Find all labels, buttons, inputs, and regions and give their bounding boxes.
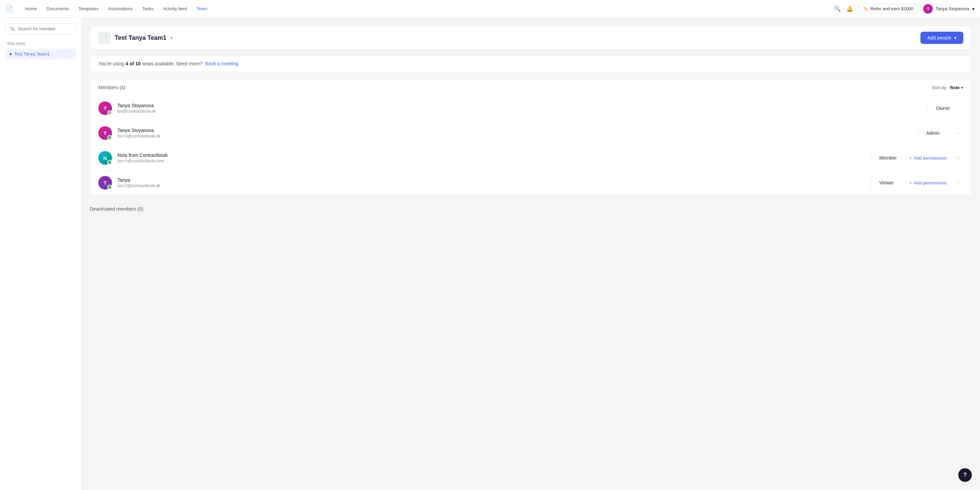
sort-label: Sort by: [932,85,947,90]
team-name: Test Tanya Team1 [115,34,166,41]
member-email: tas+3@contractbook.dk [118,134,910,138]
add-permissions-label: Add permissions [914,156,947,161]
sidebar-dot-icon [10,53,11,55]
member-info: Tanya tas+2@contractbook.dk [118,177,862,188]
team-dropdown-icon[interactable]: ▾ [170,35,172,40]
add-people-button[interactable]: Add people ▾ [920,32,963,44]
member-role: Viewer [879,180,907,185]
sidebar-item-team1[interactable]: Test Tanya Team1 [5,49,76,59]
plus-icon: + [909,180,912,185]
book-meeting-link[interactable]: Book a meeting [205,61,238,66]
nav-documents[interactable]: Documents [43,4,73,13]
status-badge-settings: ⚙ [107,110,112,115]
member-email: tas+5@contractbook.com [118,159,862,163]
member-avatar-wrap: T ⚙ [98,102,112,115]
user-name: Tanya Stoyanova [935,6,969,11]
status-badge-green: ✓ [107,185,112,189]
team-title-area: 📄 Test Tanya Team1 ▾ [98,32,172,44]
nav-links: Home Documents Templates Automations Tas… [21,4,834,13]
role-divider [871,176,871,189]
nav-team[interactable]: Team [192,4,211,13]
add-people-dropdown-icon: ▾ [954,35,956,40]
sort-value: Role [950,85,959,90]
member-info: Nola from Contractbook tas+5@contractboo… [118,153,862,163]
more-options-button[interactable]: ··· [953,178,963,187]
member-name: Nola from Contractbook [118,153,862,158]
user-dropdown-icon: ▾ [972,6,975,11]
member-avatar-wrap: N ✓ [98,151,112,165]
add-permissions-label: Add permissions [914,180,947,185]
deactivated-section: Deactivated members (0) [90,204,972,215]
user-menu[interactable]: T Tanya Stoyanova ▾ [923,4,975,14]
add-permissions-button[interactable]: + Add permissions [907,179,950,187]
status-badge-green: ✓ [107,160,112,165]
member-name: Tanya [118,177,862,183]
member-search-box[interactable]: 🔍 [5,23,76,34]
member-info: Tanya Stoyanova tas@contractbook.dk [118,103,920,114]
seats-text-before: You're using [98,61,126,66]
nav-tasks[interactable]: Tasks [138,4,158,13]
member-email: tas+2@contractbook.dk [118,183,862,188]
member-row: T ✓ Tanya tas+2@contractbook.dk Viewer +… [90,170,972,195]
role-divider [928,102,928,115]
status-badge-green: ✓ [107,135,112,140]
member-name: Tanya Stoyanova [118,103,920,108]
app-layout: 🔍 Your team Test Tanya Team1 📄 Test Tany… [0,0,980,490]
add-permissions-button[interactable]: + Add permissions [907,154,950,162]
team-icon: 📄 [98,32,111,44]
search-icon: 🔍 [10,27,15,31]
member-avatar-wrap: T ✓ [98,126,112,140]
app-logo: 📄 [5,5,13,13]
nav-activity-feed[interactable]: Activity feed [159,4,191,13]
member-email: tas@contractbook.dk [118,109,920,114]
search-button[interactable]: 🔍 [834,5,841,12]
sort-control[interactable]: Sort by: Role ▾ [932,85,963,90]
search-input[interactable] [18,26,72,31]
more-options-button[interactable]: ··· [953,129,963,137]
main-content: 📄 Test Tanya Team1 ▾ Add people ▾ You're… [82,18,980,490]
add-people-label: Add people [927,35,951,40]
nav-automations[interactable]: Automations [104,4,137,13]
refer-icon: 🏷️ [863,6,869,11]
refer-button[interactable]: 🏷️ Refer and earn $1000 [859,4,918,14]
member-role: Member [879,155,907,161]
top-navigation: 📄 Home Documents Templates Automations T… [0,0,980,18]
refer-label: Refer and earn $1000 [870,6,913,11]
member-role: Admin [926,130,953,136]
nav-templates[interactable]: Templates [74,4,102,13]
user-avatar: T [923,4,933,14]
help-button[interactable]: ? [958,468,972,482]
member-row: T ⚙ Tanya Stoyanova tas@contractbook.dk … [90,96,972,121]
member-actions: + Add permissions ··· [907,178,963,187]
role-divider [871,151,871,165]
plus-icon: + [909,156,912,161]
team-header: 📄 Test Tanya Team1 ▾ Add people ▾ [90,26,972,50]
more-options-button[interactable]: ··· [953,153,963,162]
sidebar: 🔍 Your team Test Tanya Team1 [0,18,82,490]
seats-used: 4 of 10 [126,61,140,66]
member-row: T ✓ Tanya Stoyanova tas+3@contractbook.d… [90,121,972,146]
nav-home[interactable]: Home [21,4,41,13]
member-actions: ··· [953,129,963,137]
member-actions: + Add permissions ··· [907,153,963,162]
deactivated-label: Deactivated members (0) [90,206,143,212]
notifications-button[interactable]: 🔔 [846,5,853,12]
members-count: Members (4) [98,85,125,90]
member-name: Tanya Stoyanova [118,127,910,133]
members-section: Members (4) Sort by: Role ▾ T ⚙ Tanya St… [90,79,972,195]
member-avatar-wrap: T ✓ [98,176,112,189]
member-row: N ✓ Nola from Contractbook tas+5@contrac… [90,146,972,170]
member-role: Owner [936,105,963,111]
sidebar-section-label: Your team [5,41,76,46]
sort-dropdown-icon: ▾ [961,85,963,90]
members-header: Members (4) Sort by: Role ▾ [90,79,972,96]
seats-text-after: seats available. Need more? [142,61,202,66]
role-divider [918,126,918,140]
nav-right: 🔍 🔔 🏷️ Refer and earn $1000 T Tanya Stoy… [834,4,975,14]
member-info: Tanya Stoyanova tas+3@contractbook.dk [118,127,910,138]
seats-info: You're using 4 of 10 seats available. Ne… [90,55,972,72]
sidebar-item-label: Test Tanya Team1 [14,51,50,56]
